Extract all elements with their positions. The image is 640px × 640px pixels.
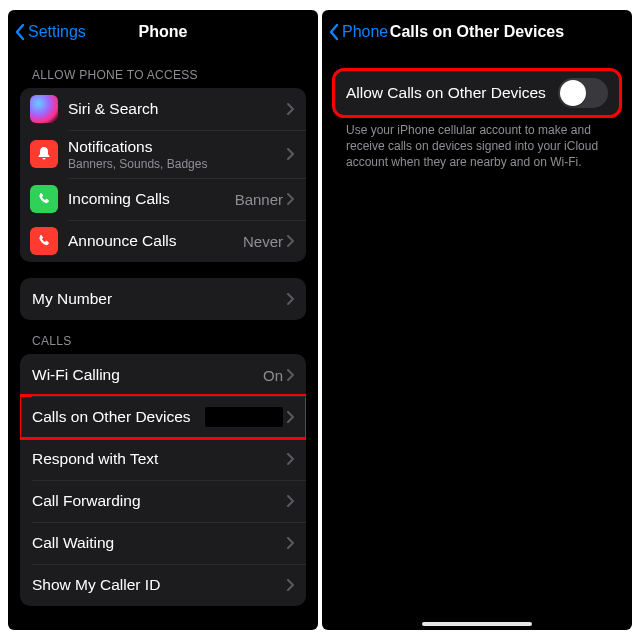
chevron-right-icon — [287, 369, 294, 381]
row-announce-calls[interactable]: Announce Calls Never — [20, 220, 306, 262]
announce-icon — [30, 227, 58, 255]
back-label: Phone — [342, 23, 388, 41]
chevron-right-icon — [287, 537, 294, 549]
row-label: Wi-Fi Calling — [32, 366, 263, 384]
row-label: Notifications — [68, 138, 287, 156]
row-label: Incoming Calls — [68, 190, 235, 208]
chevron-right-icon — [287, 453, 294, 465]
row-call-waiting[interactable]: Call Waiting — [20, 522, 306, 564]
group-calls: Wi-Fi Calling On Calls on Other Devices … — [20, 354, 306, 606]
row-value: On — [263, 367, 283, 384]
toggle-switch[interactable] — [558, 78, 608, 108]
row-wifi-calling[interactable]: Wi-Fi Calling On — [20, 354, 306, 396]
row-allow-calls-toggle[interactable]: Allow Calls on Other Devices — [334, 70, 620, 116]
row-label: Announce Calls — [68, 232, 243, 250]
settings-scroll[interactable]: Allow Calls on Other Devices Use your iP… — [322, 54, 632, 620]
phone-icon — [30, 185, 58, 213]
row-label: Call Forwarding — [32, 492, 287, 510]
row-label: Calls on Other Devices — [32, 408, 205, 426]
toggle-knob — [560, 80, 586, 106]
notifications-icon — [30, 140, 58, 168]
redacted-value — [205, 407, 283, 427]
chevron-left-icon — [14, 23, 25, 41]
row-label: Siri & Search — [68, 100, 287, 118]
chevron-right-icon — [287, 235, 294, 247]
row-value: Banner — [235, 191, 283, 208]
section-description: Use your iPhone cellular account to make… — [334, 116, 620, 171]
back-button[interactable]: Phone — [328, 10, 388, 54]
page-title: Calls on Other Devices — [390, 23, 564, 41]
chevron-right-icon — [287, 103, 294, 115]
navbar: Phone Calls on Other Devices — [322, 10, 632, 54]
phone-calls-other-devices-screen: Phone Calls on Other Devices Allow Calls… — [322, 10, 632, 630]
siri-icon — [30, 95, 58, 123]
chevron-right-icon — [287, 579, 294, 591]
row-siri-search[interactable]: Siri & Search — [20, 88, 306, 130]
row-calls-other-devices[interactable]: Calls on Other Devices — [20, 396, 306, 438]
chevron-right-icon — [287, 495, 294, 507]
row-label: Call Waiting — [32, 534, 287, 552]
row-notifications[interactable]: Notifications Banners, Sounds, Badges — [20, 130, 306, 178]
chevron-right-icon — [287, 411, 294, 423]
chevron-right-icon — [287, 193, 294, 205]
row-label: Show My Caller ID — [32, 576, 287, 594]
navbar: Settings Phone — [8, 10, 318, 54]
chevron-left-icon — [328, 23, 339, 41]
settings-scroll[interactable]: ALLOW PHONE TO ACCESS Siri & Search Noti… — [8, 54, 318, 620]
phone-settings-screen: Settings Phone ALLOW PHONE TO ACCESS Sir… — [8, 10, 318, 630]
row-show-caller-id[interactable]: Show My Caller ID — [20, 564, 306, 606]
chevron-right-icon — [287, 293, 294, 305]
row-value: Never — [243, 233, 283, 250]
back-button[interactable]: Settings — [14, 10, 86, 54]
back-label: Settings — [28, 23, 86, 41]
row-label: Allow Calls on Other Devices — [346, 84, 558, 102]
page-title: Phone — [139, 23, 188, 41]
row-call-forwarding[interactable]: Call Forwarding — [20, 480, 306, 522]
group-allow-calls: Allow Calls on Other Devices — [334, 70, 620, 116]
home-indicator[interactable] — [422, 622, 532, 626]
row-incoming-calls[interactable]: Incoming Calls Banner — [20, 178, 306, 220]
section-header-calls: CALLS — [32, 334, 306, 348]
group-my-number: My Number — [20, 278, 306, 320]
row-respond-with-text[interactable]: Respond with Text — [20, 438, 306, 480]
section-header-access: ALLOW PHONE TO ACCESS — [32, 68, 306, 82]
group-access: Siri & Search Notifications Banners, Sou… — [20, 88, 306, 262]
row-label: Respond with Text — [32, 450, 287, 468]
row-label: My Number — [32, 290, 287, 308]
chevron-right-icon — [287, 148, 294, 160]
row-my-number[interactable]: My Number — [20, 278, 306, 320]
row-sublabel: Banners, Sounds, Badges — [68, 157, 287, 171]
